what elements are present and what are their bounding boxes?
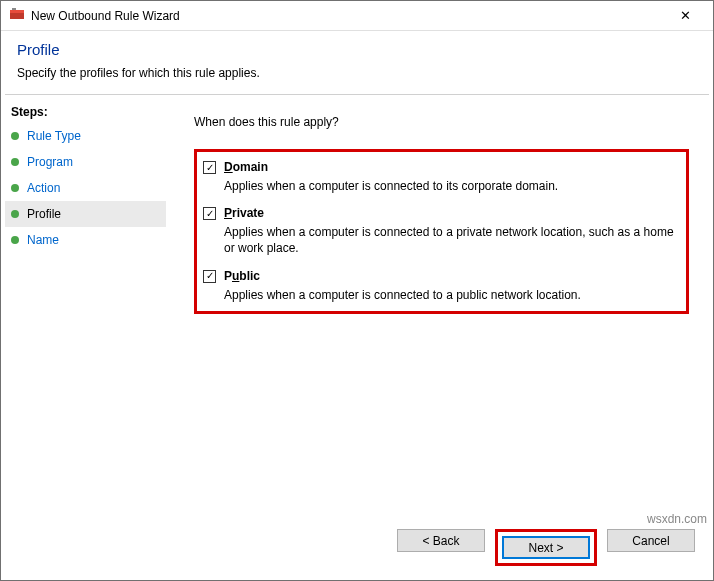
domain-desc: Applies when a computer is connected to … bbox=[224, 178, 676, 194]
step-label: Name bbox=[27, 233, 59, 247]
step-rule-type[interactable]: Rule Type bbox=[5, 123, 166, 149]
private-row: ✓ Private bbox=[203, 206, 676, 220]
domain-row: ✓ Domain bbox=[203, 160, 676, 174]
watermark: wsxdn.com bbox=[647, 512, 707, 526]
step-label: Rule Type bbox=[27, 129, 81, 143]
wizard-window: New Outbound Rule Wizard ✕ Profile Speci… bbox=[0, 0, 714, 581]
private-desc: Applies when a computer is connected to … bbox=[224, 224, 676, 256]
titlebar: New Outbound Rule Wizard ✕ bbox=[1, 1, 713, 31]
domain-label: Domain bbox=[224, 160, 268, 174]
steps-heading: Steps: bbox=[5, 101, 166, 123]
public-desc: Applies when a computer is connected to … bbox=[224, 287, 676, 303]
step-label: Action bbox=[27, 181, 60, 195]
back-button[interactable]: < Back bbox=[397, 529, 485, 552]
steps-sidebar: Steps: Rule Type Program Action Profile … bbox=[1, 95, 170, 525]
bullet-icon bbox=[11, 236, 19, 244]
prompt-text: When does this rule apply? bbox=[194, 115, 689, 129]
page-title: Profile bbox=[17, 41, 697, 58]
step-program[interactable]: Program bbox=[5, 149, 166, 175]
body: Steps: Rule Type Program Action Profile … bbox=[1, 95, 713, 525]
public-row: ✓ Public bbox=[203, 269, 676, 283]
footer: < Back Next > Cancel bbox=[397, 529, 695, 566]
public-checkbox[interactable]: ✓ bbox=[203, 270, 216, 283]
firewall-icon bbox=[9, 6, 25, 25]
private-label: Private bbox=[224, 206, 264, 220]
bullet-icon bbox=[11, 210, 19, 218]
next-button[interactable]: Next > bbox=[502, 536, 590, 559]
window-title: New Outbound Rule Wizard bbox=[31, 9, 665, 23]
private-checkbox[interactable]: ✓ bbox=[203, 207, 216, 220]
svg-rect-2 bbox=[12, 8, 16, 10]
step-action[interactable]: Action bbox=[5, 175, 166, 201]
cancel-button[interactable]: Cancel bbox=[607, 529, 695, 552]
bullet-icon bbox=[11, 158, 19, 166]
page-description: Specify the profiles for which this rule… bbox=[17, 66, 697, 80]
step-label: Program bbox=[27, 155, 73, 169]
close-button[interactable]: ✕ bbox=[665, 2, 705, 30]
bullet-icon bbox=[11, 184, 19, 192]
step-profile: Profile bbox=[5, 201, 166, 227]
svg-rect-1 bbox=[10, 10, 24, 13]
highlight-annotation: Next > bbox=[495, 529, 597, 566]
public-label: Public bbox=[224, 269, 260, 283]
highlight-annotation: ✓ Domain Applies when a computer is conn… bbox=[194, 149, 689, 314]
content-panel: When does this rule apply? ✓ Domain Appl… bbox=[170, 95, 713, 525]
bullet-icon bbox=[11, 132, 19, 140]
step-name[interactable]: Name bbox=[5, 227, 166, 253]
step-label: Profile bbox=[27, 207, 61, 221]
domain-checkbox[interactable]: ✓ bbox=[203, 161, 216, 174]
header: Profile Specify the profiles for which t… bbox=[1, 31, 713, 94]
